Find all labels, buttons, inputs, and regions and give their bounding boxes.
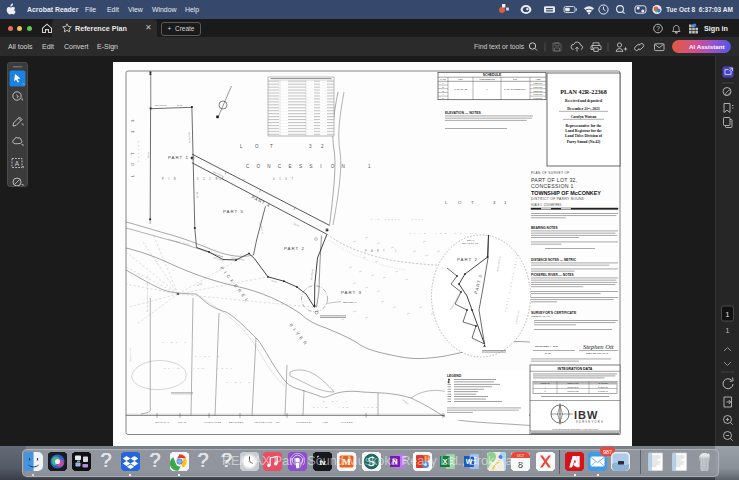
svg-text:POINT ID: POINT ID	[541, 382, 550, 384]
svg-text:1.139 ha±: 1.139 ha±	[533, 93, 544, 95]
svg-text:I: I	[374, 218, 375, 220]
svg-text:SCALE 1 : 1250 METRES: SCALE 1 : 1250 METRES	[531, 203, 561, 207]
svg-text:R: R	[332, 400, 334, 402]
svg-text:2: 2	[321, 144, 324, 149]
svg-text:5096079.88: 5096079.88	[568, 390, 580, 392]
svg-text:O: O	[257, 164, 261, 169]
svg-text:103.05: 103.05	[271, 279, 277, 283]
svg-text:121.56: 121.56	[293, 222, 300, 227]
svg-text:A: A	[419, 232, 421, 234]
svg-text:L: L	[240, 144, 243, 149]
svg-text:R: R	[202, 367, 204, 369]
svg-text:4: 4	[346, 400, 348, 402]
svg-text:1.328 ha±: 1.328 ha±	[533, 82, 544, 84]
svg-text:EASTING: EASTING	[598, 382, 608, 384]
svg-text:4: 4	[217, 367, 219, 369]
svg-text:T: T	[130, 152, 135, 155]
svg-text:A: A	[200, 355, 202, 357]
svg-text:ALLOWANCE: ALLOWANCE	[203, 421, 222, 424]
svg-text:McCONKEY: McCONKEY	[296, 421, 312, 424]
svg-text:ELEVATION — NOTES: ELEVATION — NOTES	[445, 111, 482, 115]
svg-text:SEE DETAIL: SEE DETAIL	[343, 301, 357, 304]
svg-text:ROAD: ROAD	[178, 421, 187, 424]
svg-text:543914.23: 543914.23	[598, 386, 609, 388]
svg-text:N: N	[178, 367, 180, 369]
svg-text:PART 3: PART 3	[341, 290, 362, 295]
svg-text:P: P	[371, 218, 373, 220]
svg-text:P: P	[409, 232, 411, 234]
svg-text:3: 3	[249, 381, 251, 383]
svg-text:O: O	[331, 164, 335, 169]
svg-text:Carolyn Watson: Carolyn Watson	[571, 115, 597, 119]
svg-text:3: 3	[130, 119, 135, 122]
svg-text:CONCESSION: CONCESSION	[479, 78, 495, 80]
svg-text:I: I	[320, 164, 321, 169]
svg-text:LOT: LOT	[458, 78, 463, 80]
svg-text:5: 5	[226, 367, 228, 369]
svg-text:PART 5: PART 5	[223, 209, 244, 214]
svg-text:4: 4	[338, 406, 340, 408]
svg-text:Land Registrar for the: Land Registrar for the	[565, 129, 602, 133]
svg-text:BEARING NOTES: BEARING NOTES	[531, 226, 558, 230]
svg-text:3: 3	[130, 130, 135, 133]
svg-text:304.62: 304.62	[197, 192, 199, 199]
svg-text:McCONKEY: McCONKEY	[129, 347, 131, 362]
svg-text:RIVER: RIVER	[288, 323, 309, 348]
svg-text:NORTHING: NORTHING	[567, 382, 578, 384]
svg-text:L: L	[169, 367, 171, 369]
svg-text:C: C	[278, 164, 282, 169]
svg-text:0.852 ha±: 0.852 ha±	[533, 97, 544, 99]
svg-text:2: 2	[388, 218, 390, 220]
svg-text:3: 3	[309, 144, 312, 149]
svg-text:A: A	[173, 367, 175, 369]
svg-text:P: P	[313, 406, 315, 408]
svg-text:WILSON: WILSON	[341, 421, 353, 424]
svg-text:PART 1: PART 1	[168, 155, 189, 160]
svg-text:1: 1	[185, 341, 187, 343]
svg-text:4: 4	[435, 232, 437, 234]
svg-text:R: R	[445, 232, 447, 234]
svg-text:R: R	[171, 341, 173, 343]
svg-text:O: O	[255, 144, 259, 149]
svg-text:5: 5	[385, 218, 387, 220]
svg-text:0: 0	[368, 406, 370, 408]
svg-text:179.55: 179.55	[148, 152, 150, 159]
svg-text:L: L	[317, 406, 319, 408]
svg-text:-: -	[355, 406, 356, 408]
svg-text:Received and deposited: Received and deposited	[565, 99, 603, 103]
svg-text:Stephen Ott: Stephen Ott	[583, 343, 614, 350]
svg-text:T: T	[337, 400, 339, 402]
svg-text:N: N	[326, 406, 328, 408]
svg-text:SCHEDULE: SCHEDULE	[483, 73, 502, 77]
svg-text:T: T	[176, 341, 178, 343]
svg-text:N89°57'20"E: N89°57'20"E	[155, 104, 167, 106]
svg-text:4: 4	[363, 406, 365, 408]
svg-text:PART: PART	[440, 78, 447, 80]
svg-text:OF: OF	[276, 421, 280, 424]
svg-text:DETAIL: DETAIL	[467, 239, 475, 241]
svg-text:A: A	[319, 312, 321, 314]
svg-text:WILSON / McCONKEY TWP LINE: WILSON / McCONKEY TWP LINE	[146, 275, 148, 312]
svg-text:3: 3	[493, 200, 496, 205]
svg-text:P: P	[323, 400, 325, 402]
svg-text:1: 1	[415, 218, 417, 220]
svg-text:2: 2	[391, 218, 393, 220]
svg-text:N6°14'20"W: N6°14'20"W	[310, 269, 313, 280]
svg-text:PICKEREL: PICKEREL	[219, 266, 251, 305]
svg-text:O: O	[458, 200, 462, 205]
svg-text:TOWNSHIP OF McCONKEY: TOWNSHIP OF McCONKEY	[531, 190, 601, 196]
svg-text:1.315 ha±: 1.315 ha±	[533, 90, 544, 92]
svg-text:6: 6	[231, 367, 233, 369]
svg-text:6: 6	[470, 232, 472, 234]
svg-text:IBW: IBW	[574, 409, 598, 421]
svg-text:P: P	[195, 355, 197, 357]
svg-text:PART 2: PART 2	[284, 246, 305, 251]
svg-text:UNNAMED ROAD: UNNAMED ROAD	[168, 238, 191, 245]
svg-text:AREA: AREA	[535, 78, 542, 80]
svg-text:PART OF 32: PART OF 32	[454, 88, 468, 90]
svg-text:DISTANCE NOTES — METRIC: DISTANCE NOTES — METRIC	[531, 258, 577, 262]
svg-text:1: 1	[504, 200, 507, 205]
svg-text:ORIGINAL: ORIGINAL	[155, 421, 170, 424]
svg-text:Representative for the: Representative for the	[566, 124, 602, 128]
svg-text:3: 3	[222, 367, 224, 369]
